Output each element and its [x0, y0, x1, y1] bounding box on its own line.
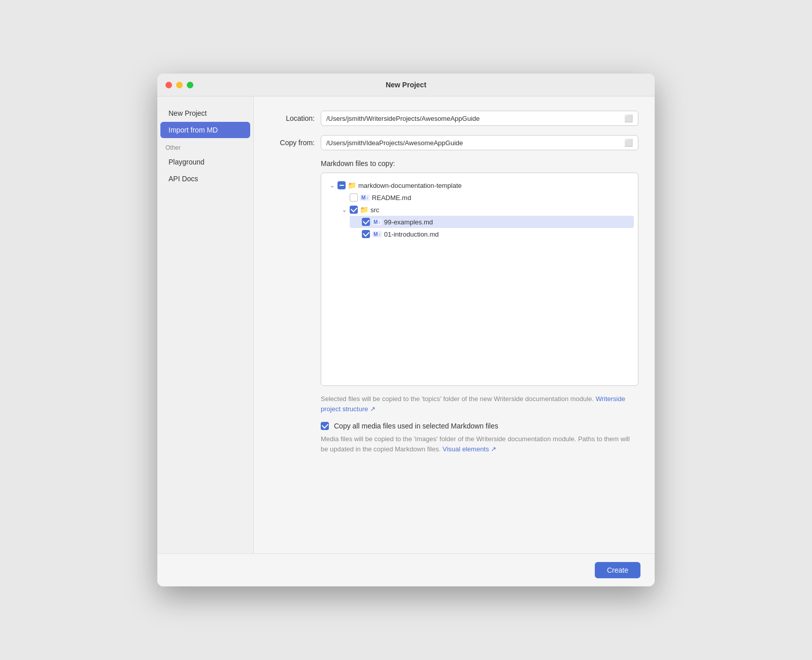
tree-node-root: ⌄ 📁 markdown-documentation-template	[325, 179, 634, 191]
visual-elements-link[interactable]: Visual elements ↗	[443, 445, 496, 453]
minimize-button[interactable]	[176, 82, 183, 88]
location-input-wrap: ⬜	[321, 111, 638, 126]
chevron-root[interactable]: ⌄	[328, 182, 335, 189]
dialog-footer: Create	[157, 553, 655, 586]
checkbox-root[interactable]	[337, 181, 346, 189]
folder-icon-root: 📁	[348, 181, 356, 189]
location-input[interactable]	[326, 115, 620, 122]
sidebar-section-other: Other	[157, 140, 253, 153]
window-controls	[165, 82, 193, 88]
copy-media-row: Copy all media files used in selected Ma…	[270, 422, 638, 430]
node-name-readme: README.md	[372, 194, 411, 202]
checkbox-readme[interactable]	[350, 193, 358, 202]
location-row: Location: ⬜	[270, 111, 638, 126]
dialog-body: New Project Import from MD Other Playgro…	[157, 96, 655, 553]
copy-from-row: Copy from: ⬜	[270, 135, 638, 150]
title-bar: New Project	[157, 74, 655, 96]
checkbox-01-introduction[interactable]	[362, 230, 370, 238]
sidebar-item-import-from-md[interactable]: Import from MD	[160, 122, 250, 138]
copy-media-label: Copy all media files used in selected Ma…	[334, 422, 498, 430]
copy-from-input[interactable]	[326, 139, 620, 147]
src-children: M↓ 99-examples.md M↓ 01-introduction.md	[337, 216, 634, 240]
tree-node-src: ⌄ 📁 src	[337, 204, 634, 216]
tree-node-01-introduction: M↓ 01-introduction.md	[350, 228, 634, 240]
location-folder-icon[interactable]: ⬜	[624, 114, 633, 122]
root-children: M↓ README.md ⌄ 📁 src	[325, 191, 634, 240]
node-name-root: markdown-documentation-template	[358, 182, 462, 189]
node-name-01-introduction: 01-introduction.md	[384, 230, 439, 238]
close-button[interactable]	[165, 82, 172, 88]
sidebar: New Project Import from MD Other Playgro…	[157, 96, 254, 553]
md-badge-99-examples: M↓	[372, 219, 382, 225]
folder-icon-src: 📁	[360, 206, 368, 214]
new-project-dialog: New Project New Project Import from MD O…	[157, 74, 655, 586]
tree-node-99-examples[interactable]: M↓ 99-examples.md	[350, 216, 634, 228]
copy-from-input-wrap: ⬜	[321, 135, 638, 150]
node-name-99-examples: 99-examples.md	[384, 218, 433, 226]
create-button[interactable]: Create	[595, 562, 640, 578]
info-text: Selected files will be copied to the 'to…	[270, 394, 638, 414]
markdown-files-label: Markdown files to copy:	[270, 159, 638, 168]
md-badge-01-introduction: M↓	[372, 231, 382, 238]
copy-from-folder-icon[interactable]: ⬜	[624, 139, 633, 147]
tree-node-readme: M↓ README.md	[337, 191, 634, 204]
file-tree: ⌄ 📁 markdown-documentation-template M↓ R…	[321, 173, 638, 386]
sidebar-item-new-project[interactable]: New Project	[160, 105, 250, 121]
chevron-src[interactable]: ⌄	[341, 207, 348, 213]
media-info-text: Media files will be copied to the 'image…	[270, 434, 638, 454]
node-name-src: src	[370, 206, 379, 214]
main-content: Location: ⬜ Copy from: ⬜ Markdown files …	[254, 96, 655, 553]
info-text-content: Selected files will be copied to the 'to…	[321, 395, 594, 403]
dialog-title: New Project	[386, 81, 426, 89]
checkbox-99-examples[interactable]	[362, 218, 370, 226]
copy-from-label: Copy from:	[270, 139, 321, 147]
sidebar-item-api-docs[interactable]: API Docs	[160, 171, 250, 187]
sidebar-item-playground[interactable]: Playground	[160, 154, 250, 170]
location-label: Location:	[270, 114, 321, 122]
checkbox-copy-media[interactable]	[321, 422, 329, 430]
md-badge-readme: M↓	[360, 194, 370, 201]
checkbox-src[interactable]	[350, 206, 358, 214]
maximize-button[interactable]	[187, 82, 193, 88]
